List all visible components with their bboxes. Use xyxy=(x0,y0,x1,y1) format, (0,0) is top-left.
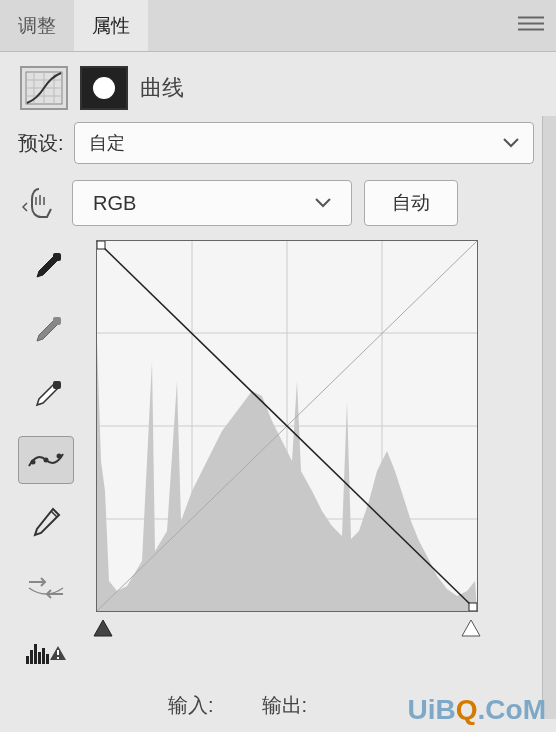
output-label: 输出: xyxy=(262,692,308,719)
smooth-tool-icon[interactable] xyxy=(18,564,74,612)
svg-rect-14 xyxy=(53,253,61,261)
pencil-tool-icon[interactable] xyxy=(18,500,74,548)
input-slider-track[interactable] xyxy=(96,616,478,646)
svg-rect-28 xyxy=(57,657,59,659)
chevron-down-icon xyxy=(503,138,519,148)
watermark-text: UiBQ.CoM xyxy=(408,694,546,726)
tab-properties[interactable]: 属性 xyxy=(74,0,148,51)
svg-point-17 xyxy=(31,460,36,465)
channel-select[interactable]: RGB xyxy=(72,180,352,226)
eyedropper-white-icon[interactable] xyxy=(18,372,74,420)
black-point-slider[interactable] xyxy=(92,618,114,638)
input-label: 输入: xyxy=(168,692,214,719)
svg-rect-37 xyxy=(97,241,105,249)
curves-graph[interactable] xyxy=(96,240,478,612)
channel-value: RGB xyxy=(93,192,136,215)
svg-rect-15 xyxy=(53,317,61,325)
eyedropper-gray-icon[interactable] xyxy=(18,308,74,356)
histogram-warning-icon[interactable] xyxy=(18,628,74,676)
svg-point-18 xyxy=(44,458,49,463)
curves-type-icon[interactable] xyxy=(20,66,68,110)
preset-label: 预设: xyxy=(18,130,64,157)
svg-rect-21 xyxy=(26,656,29,664)
chevron-down-icon xyxy=(315,198,331,208)
svg-rect-25 xyxy=(42,648,45,664)
panel-scrollbar[interactable] xyxy=(542,116,556,719)
svg-rect-23 xyxy=(34,644,37,664)
tab-adjustments[interactable]: 调整 xyxy=(0,0,74,51)
svg-rect-26 xyxy=(46,654,49,664)
preset-select[interactable]: 自定 xyxy=(74,122,534,164)
white-point-slider[interactable] xyxy=(460,618,482,638)
svg-rect-24 xyxy=(38,652,41,664)
curve-point-tool-icon[interactable] xyxy=(18,436,74,484)
svg-rect-27 xyxy=(57,650,59,655)
svg-point-10 xyxy=(93,77,115,99)
svg-rect-38 xyxy=(469,603,477,611)
eyedropper-black-icon[interactable] xyxy=(18,244,74,292)
adjustment-title: 曲线 xyxy=(140,73,184,103)
svg-rect-16 xyxy=(53,381,61,389)
svg-point-19 xyxy=(57,454,62,459)
target-adjust-icon[interactable] xyxy=(18,182,60,224)
svg-rect-22 xyxy=(30,650,33,664)
auto-button[interactable]: 自动 xyxy=(364,180,458,226)
mask-icon[interactable] xyxy=(80,66,128,110)
preset-value: 自定 xyxy=(89,131,125,155)
panel-menu-icon[interactable] xyxy=(518,15,544,36)
